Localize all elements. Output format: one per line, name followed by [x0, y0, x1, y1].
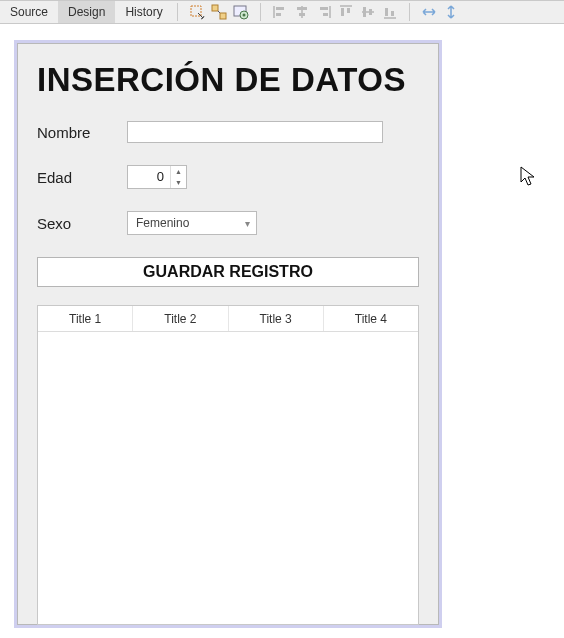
- svg-rect-12: [299, 13, 305, 16]
- spinner-edad[interactable]: 0 ▲ ▼: [127, 165, 187, 189]
- connection-mode-icon[interactable]: [210, 3, 228, 21]
- tab-design-label: Design: [68, 5, 105, 19]
- page-title: INSERCIÓN DE DATOS: [37, 61, 419, 99]
- table-col-4[interactable]: Title 4: [324, 306, 418, 331]
- save-button-label: GUARDAR REGISTRO: [143, 263, 313, 280]
- svg-rect-17: [341, 8, 344, 16]
- align-center-h-icon[interactable]: [293, 3, 311, 21]
- label-edad: Edad: [37, 169, 127, 186]
- toolbar-icon-group-1: [182, 1, 256, 23]
- combo-sexo[interactable]: Femenino ▾: [127, 211, 257, 235]
- align-right-icon[interactable]: [315, 3, 333, 21]
- tab-design[interactable]: Design: [58, 1, 115, 23]
- svg-rect-8: [276, 7, 284, 10]
- design-surface[interactable]: INSERCIÓN DE DATOS Nombre Edad 0 ▲ ▼ Sex…: [14, 40, 442, 628]
- align-top-icon[interactable]: [337, 3, 355, 21]
- combo-sexo-value: Femenino: [136, 216, 189, 230]
- resize-vertical-icon[interactable]: [442, 3, 460, 21]
- save-button[interactable]: GUARDAR REGISTRO: [37, 257, 419, 287]
- resize-horizontal-icon[interactable]: [420, 3, 438, 21]
- toolbar-icon-group-align: [265, 1, 405, 23]
- spinner-up-icon[interactable]: ▲: [171, 166, 186, 177]
- tab-source-label: Source: [10, 5, 48, 19]
- input-nombre[interactable]: [127, 121, 383, 143]
- svg-rect-11: [297, 7, 307, 10]
- align-bottom-icon[interactable]: [381, 3, 399, 21]
- tab-history-label: History: [125, 5, 162, 19]
- tab-source[interactable]: Source: [0, 1, 58, 23]
- label-sexo: Sexo: [37, 215, 127, 232]
- row-sexo: Sexo Femenino ▾: [37, 211, 419, 235]
- table-col-2[interactable]: Title 2: [133, 306, 228, 331]
- tab-history[interactable]: History: [115, 1, 172, 23]
- table-col-3[interactable]: Title 3: [229, 306, 324, 331]
- spinner-edad-value: 0: [128, 166, 170, 188]
- svg-rect-18: [347, 8, 350, 13]
- data-table[interactable]: Title 1 Title 2 Title 3 Title 4: [37, 305, 419, 625]
- table-body: [38, 332, 418, 624]
- svg-rect-23: [385, 8, 388, 16]
- cursor-icon: [520, 166, 538, 191]
- svg-rect-24: [391, 11, 394, 16]
- align-left-icon[interactable]: [271, 3, 289, 21]
- svg-rect-21: [369, 9, 372, 15]
- table-head: Title 1 Title 2 Title 3 Title 4: [38, 306, 418, 332]
- svg-rect-2: [220, 13, 226, 19]
- table-col-1[interactable]: Title 1: [38, 306, 133, 331]
- spinner-down-icon[interactable]: ▼: [171, 177, 186, 188]
- toolbar-separator: [409, 3, 410, 21]
- svg-rect-20: [363, 7, 366, 17]
- row-nombre: Nombre: [37, 121, 419, 143]
- svg-rect-15: [323, 13, 328, 16]
- row-edad: Edad 0 ▲ ▼: [37, 165, 419, 189]
- toolbar-separator: [177, 3, 178, 21]
- svg-line-3: [218, 11, 220, 13]
- top-toolbar: Source Design History: [0, 0, 564, 24]
- svg-rect-1: [212, 5, 218, 11]
- preview-design-icon[interactable]: [232, 3, 250, 21]
- toolbar-icon-group-resize: [414, 1, 466, 23]
- editor-area: INSERCIÓN DE DATOS Nombre Edad 0 ▲ ▼ Sex…: [0, 24, 564, 638]
- svg-rect-9: [276, 13, 281, 16]
- label-nombre: Nombre: [37, 124, 127, 141]
- chevron-down-icon: ▾: [245, 218, 250, 229]
- toolbar-separator: [260, 3, 261, 21]
- align-center-v-icon[interactable]: [359, 3, 377, 21]
- svg-point-6: [242, 14, 245, 17]
- svg-rect-14: [320, 7, 328, 10]
- selection-mode-icon[interactable]: [188, 3, 206, 21]
